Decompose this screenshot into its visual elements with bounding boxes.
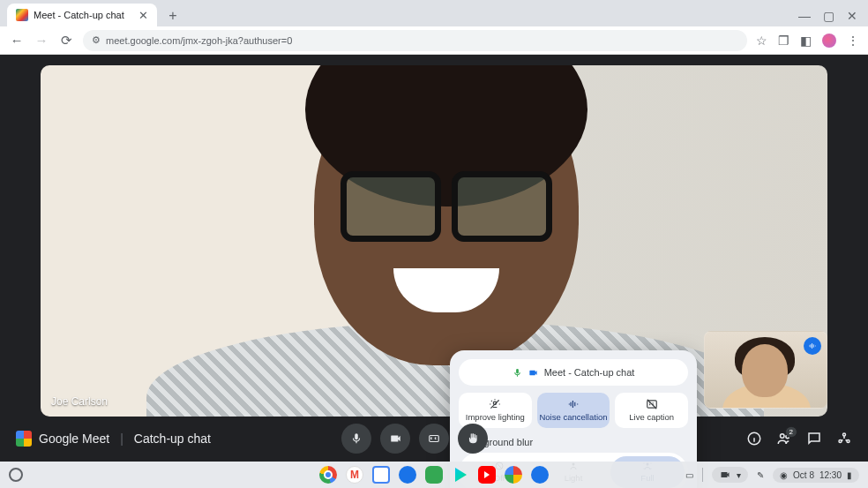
extensions-icon[interactable]: ❐	[778, 34, 789, 48]
activities-icon[interactable]	[836, 431, 852, 447]
forward-button[interactable]: →	[34, 33, 49, 48]
panel-header[interactable]: Meet - Catch-up chat	[459, 359, 688, 386]
self-mic-indicator	[804, 337, 821, 355]
mic-toggle[interactable]	[341, 424, 371, 454]
window-titlebar: Meet - Catch-up chat ✕ + — ▢ ✕	[0, 0, 868, 26]
svg-point-14	[839, 440, 842, 443]
chrome-menu-icon[interactable]: ⋮	[847, 34, 859, 48]
people-icon[interactable]	[776, 431, 792, 447]
meet-shelf-chip[interactable]: ▾	[712, 467, 748, 483]
meet-logo-icon	[16, 431, 32, 447]
noise-icon	[566, 398, 580, 410]
new-tab-button[interactable]: +	[162, 5, 183, 26]
shelf-time: 12:30	[819, 470, 842, 480]
shelf-date: Oct 8	[793, 470, 814, 480]
camera-icon	[528, 368, 539, 378]
svg-point-12	[786, 435, 789, 439]
svg-point-15	[847, 440, 849, 443]
phone-hub-icon[interactable]: ▭	[685, 470, 693, 480]
address-bar[interactable]: ⚙ meet.google.com/jmx-zgoh-jka?authuser=…	[83, 30, 747, 51]
lighting-icon	[489, 398, 501, 410]
self-view[interactable]	[704, 331, 827, 409]
chat-icon[interactable]	[806, 431, 822, 447]
caption-icon	[646, 398, 658, 410]
files-app-icon[interactable]	[531, 466, 549, 484]
bookmark-icon[interactable]: ☆	[756, 34, 767, 48]
messages-app-icon[interactable]	[399, 466, 416, 484]
raise-hand[interactable]	[458, 424, 488, 454]
site-info-icon[interactable]: ⚙	[92, 34, 101, 46]
wifi-icon: ◉	[780, 470, 788, 480]
meet-bottombar: Google Meet | Catch-up chat	[0, 416, 868, 462]
brand-text: Google Meet	[39, 432, 109, 446]
window-maximize-icon[interactable]: ▢	[823, 9, 834, 23]
meet-favicon	[16, 9, 28, 21]
chrome-app-icon[interactable]	[319, 466, 337, 484]
stylus-icon[interactable]: ✎	[757, 470, 764, 480]
chromeos-shelf: M ▭ ▾ ✎ ◉ Oct 8 12:30 ▮	[0, 462, 868, 488]
back-button[interactable]: ←	[9, 33, 25, 48]
reload-button[interactable]: ⟳	[58, 33, 74, 49]
mic-icon	[513, 368, 522, 378]
camera-toggle[interactable]	[380, 424, 410, 454]
chat-app-icon[interactable]	[425, 466, 443, 484]
window-minimize-icon[interactable]: —	[798, 9, 811, 23]
battery-icon: ▮	[847, 470, 852, 480]
window-controls: — ▢ ✕	[798, 9, 868, 26]
status-tray[interactable]: ◉ Oct 8 12:30 ▮	[773, 468, 859, 483]
gmail-app-icon[interactable]: M	[346, 466, 363, 484]
browser-toolbar: ← → ⟳ ⚙ meet.google.com/jmx-zgoh-jka?aut…	[0, 26, 868, 55]
meet-app: Joe Carlson Meet - Catch-up chat Improve…	[0, 55, 868, 462]
photos-app-icon[interactable]	[505, 466, 522, 484]
tab-title: Meet - Catch-up chat	[34, 10, 124, 20]
launcher-button[interactable]	[9, 468, 23, 482]
browser-tab[interactable]: Meet - Catch-up chat ✕	[7, 4, 157, 26]
youtube-app-icon[interactable]	[478, 466, 496, 484]
shelf-apps: M	[319, 466, 549, 484]
side-panel-icon[interactable]: ◧	[800, 34, 812, 48]
glasses-icon	[340, 171, 552, 233]
window-close-icon[interactable]: ✕	[847, 9, 857, 23]
panel-title: Meet - Catch-up chat	[544, 367, 635, 378]
svg-point-11	[781, 434, 785, 439]
play-app-icon[interactable]	[452, 466, 469, 484]
captions-toggle[interactable]	[419, 424, 449, 454]
tab-close-icon[interactable]: ✕	[138, 9, 148, 22]
url-text: meet.google.com/jmx-zgoh-jka?authuser=0	[106, 35, 292, 46]
participant-name: Joe Carlson	[51, 395, 108, 408]
calendar-app-icon[interactable]	[372, 466, 390, 484]
meeting-details-icon[interactable]	[746, 431, 762, 447]
meet-brand: Google Meet | Catch-up chat	[16, 431, 211, 447]
profile-avatar[interactable]	[822, 34, 836, 48]
svg-point-13	[843, 433, 846, 436]
meeting-name: Catch-up chat	[134, 432, 211, 446]
